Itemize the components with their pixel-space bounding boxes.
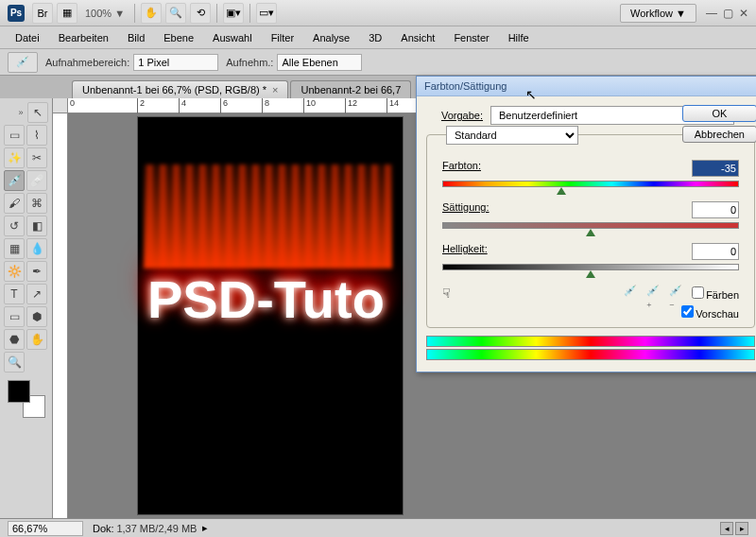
ruler-tick: 4 (180, 98, 221, 113)
cancel-button[interactable]: Abbrechen (682, 126, 756, 143)
menu-ebene[interactable]: Ebene (156, 28, 201, 47)
sample-layer-select[interactable] (277, 54, 362, 71)
status-zoom[interactable]: 66,67% (8, 521, 83, 536)
hand-tool[interactable]: ✋ (26, 329, 47, 350)
shape-tool[interactable]: ▭ (4, 306, 25, 327)
tab-close-icon[interactable]: × (272, 84, 278, 95)
doc-size-value: 1,37 MB/2,49 MB (116, 523, 197, 534)
titlebar: Ps Br ▦ 100% ▼ ✋ 🔍 ⟲ ▣▾ ▭▾ Workflow ▼ — … (0, 0, 756, 26)
hand-tool-button[interactable]: ✋ (141, 3, 162, 24)
menu-hilfe[interactable]: Hilfe (501, 28, 537, 47)
path-select-tool[interactable]: ↗ (26, 284, 47, 304)
history-brush-tool[interactable]: ↺ (4, 216, 25, 236)
marquee-tool[interactable]: ▭ (4, 125, 25, 146)
saturation-slider[interactable] (442, 222, 739, 235)
magic-wand-tool[interactable]: ✨ (4, 147, 25, 168)
gradient-tool[interactable]: ▦ (4, 238, 25, 259)
hue-saturation-dialog: Farbton/Sättigung Vorgabe: Benutzerdefin… (416, 76, 756, 372)
color-range-bars (426, 336, 755, 360)
fg-color-swatch[interactable] (8, 380, 30, 403)
menu-fenster[interactable]: Fenster (446, 28, 496, 47)
scroll-right[interactable]: ▸ (735, 522, 748, 535)
menu-bearbeiten[interactable]: Bearbeiten (51, 28, 116, 47)
toolbox-expand-icon[interactable]: » (16, 102, 26, 123)
sample-size-label: Aufnahmebereich: (45, 57, 129, 68)
menu-analyse[interactable]: Analyse (305, 28, 357, 47)
tool-preset-icon[interactable]: 💉 (8, 52, 38, 73)
menu-auswahl[interactable]: Auswahl (205, 28, 260, 47)
app-icon: Ps (8, 5, 25, 22)
crop-tool[interactable]: ✂ (26, 147, 47, 168)
healing-tool[interactable]: 🩹 (26, 170, 47, 191)
ruler-vertical[interactable] (53, 113, 68, 518)
color-bar-bottom (426, 349, 755, 360)
ruler-tick: 10 (304, 98, 346, 113)
rotate-view-button[interactable]: ⟲ (190, 3, 211, 24)
doc-size-label: Dok: (93, 523, 114, 534)
document-canvas[interactable]: PSD-Tuto (138, 117, 403, 514)
arrange-button[interactable]: ▣▾ (223, 3, 244, 24)
lightness-input[interactable] (692, 243, 739, 260)
lightness-slider[interactable] (442, 264, 739, 277)
menu-ansicht[interactable]: Ansicht (393, 28, 442, 47)
zoom-tool-button[interactable]: 🔍 (165, 3, 186, 24)
saturation-input[interactable] (692, 201, 739, 218)
doc-menu-arrow[interactable]: ▸ (202, 522, 208, 534)
restore-button[interactable]: ▢ (723, 7, 733, 20)
screen-mode-button[interactable]: ▭▾ (256, 3, 277, 24)
minimize-button[interactable]: — (706, 7, 717, 20)
preview-checkbox[interactable]: Vorschau (681, 308, 739, 320)
sample-layer-label: Aufnehm.: (226, 57, 273, 68)
eyedropper-tool[interactable]: 💉 (4, 170, 25, 191)
hue-input[interactable] (692, 160, 739, 177)
preset-label: Vorgabe: (426, 110, 483, 121)
eyedropper-icon[interactable]: 💉 (624, 285, 641, 302)
canvas-text: PSD-Tuto (147, 268, 385, 330)
filmstrip-button[interactable]: ▦ (57, 3, 77, 24)
brush-tool[interactable]: 🖌 (4, 193, 25, 214)
zoom-combo[interactable]: 100% ▼ (85, 8, 125, 19)
scrub-icon[interactable]: ☟ (442, 286, 451, 301)
workflow-dropdown[interactable]: Workflow ▼ (620, 4, 696, 23)
tab-label: Unbenannt-2 bei 66,7 (301, 84, 401, 95)
saturation-label: Sättigung: (442, 201, 490, 218)
zoom-tool[interactable]: 🔍 (4, 352, 25, 372)
bridge-button[interactable]: Br (32, 3, 53, 24)
ruler-tick: 8 (263, 98, 304, 113)
ruler-tick: 6 (221, 98, 263, 113)
3d-tool[interactable]: ⬢ (26, 306, 47, 327)
move-tool[interactable]: ↖ (27, 102, 48, 123)
blur-tool[interactable]: 💧 (26, 238, 47, 259)
eraser-tool[interactable]: ◧ (26, 216, 47, 236)
menu-3d[interactable]: 3D (361, 28, 389, 47)
hue-label: Farbton: (442, 160, 481, 177)
ruler-tick: 0 (68, 98, 138, 113)
menu-filter[interactable]: Filter (264, 28, 301, 47)
ruler-corner (53, 98, 68, 113)
dodge-tool[interactable]: 🔆 (4, 261, 25, 282)
menu-datei[interactable]: Datei (8, 28, 47, 47)
tab-document-2[interactable]: Unbenannt-2 bei 66,7 (290, 80, 411, 98)
close-button[interactable]: ✕ (739, 7, 748, 20)
3d-camera-tool[interactable]: ⬣ (4, 329, 25, 350)
toolbox: » ↖ ▭ ⌇ ✨ ✂ 💉 🩹 🖌 ⌘ ↺ ◧ ▦ 💧 🔆 ✒ T ↗ ▭ ⬢ … (0, 98, 53, 518)
eyedropper-plus-icon[interactable]: 💉₊ (646, 285, 663, 302)
eyedropper-minus-icon[interactable]: 💉₋ (669, 285, 686, 302)
lasso-tool[interactable]: ⌇ (26, 125, 47, 146)
ok-button[interactable]: OK (682, 105, 756, 122)
dialog-title[interactable]: Farbton/Sättigung (417, 77, 756, 96)
scroll-left[interactable]: ◂ (720, 522, 733, 535)
adjustments-group: Standard Farbton: Sättigung: (426, 134, 755, 328)
colorize-checkbox[interactable]: Färben (692, 286, 739, 301)
lightness-label: Helligkeit: (442, 243, 488, 260)
channel-select[interactable]: Standard (446, 126, 578, 145)
ruler-tick: 12 (346, 98, 387, 113)
menu-bild[interactable]: Bild (120, 28, 152, 47)
sample-size-select[interactable] (133, 54, 218, 71)
pen-tool[interactable]: ✒ (26, 261, 47, 282)
clone-tool[interactable]: ⌘ (26, 193, 47, 214)
color-swatches[interactable] (8, 380, 45, 418)
type-tool[interactable]: T (4, 284, 25, 304)
tab-document-1[interactable]: Unbenannt-1 bei 66,7% (PSD, RGB/8) * × (72, 80, 288, 98)
hue-slider[interactable] (442, 181, 739, 194)
